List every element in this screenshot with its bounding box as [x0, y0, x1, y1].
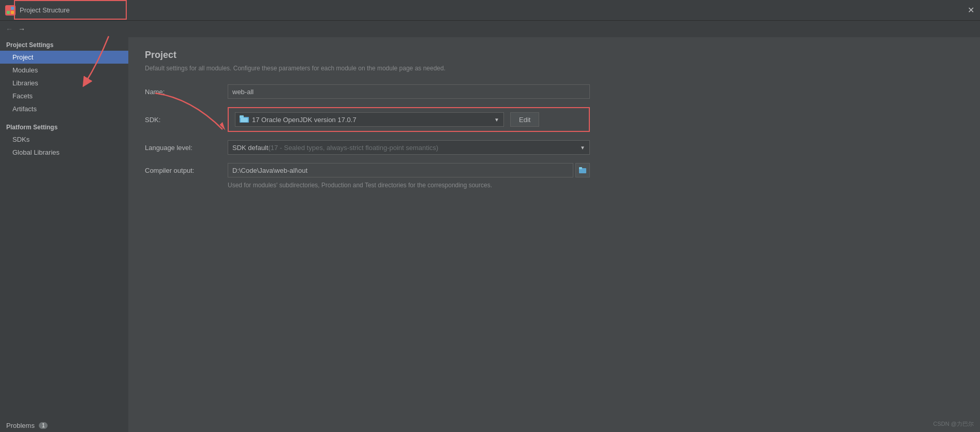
name-label: Name: [145, 88, 228, 96]
compiler-output-row: Compiler output: [145, 163, 963, 177]
language-level-main: SDK default [232, 144, 268, 152]
sdk-dropdown-arrow: ▼ [494, 117, 499, 123]
watermark: CSDN @力巴尔 [933, 420, 974, 428]
main-layout: Project Settings Project Modules Librari… [0, 37, 980, 432]
back-button[interactable]: ← [4, 24, 14, 34]
sidebar-item-libraries[interactable]: Libraries [0, 77, 128, 90]
svg-rect-3 [11, 11, 14, 14]
platform-settings-section-label: Platform Settings [0, 120, 128, 133]
sidebar-item-modules[interactable]: Modules [0, 64, 128, 77]
content-area: Project Default settings for all modules… [128, 37, 980, 432]
sdk-label: SDK: [145, 116, 228, 124]
page-title: Project [145, 50, 963, 61]
sidebar-item-facets[interactable]: Facets [0, 90, 128, 102]
language-level-label: Language level: [145, 144, 228, 152]
app-icon [5, 5, 16, 16]
name-control [228, 84, 590, 99]
svg-rect-5 [240, 115, 244, 118]
sidebar: Project Settings Project Modules Librari… [0, 37, 128, 432]
forward-button[interactable]: → [17, 24, 27, 34]
project-structure-dialog: Project Structure ✕ ← → Project Settings… [0, 0, 980, 432]
dialog-title: Project Structure [20, 6, 70, 14]
svg-rect-6 [241, 118, 248, 122]
sdk-edit-button[interactable]: Edit [510, 112, 539, 127]
problems-badge: 1 [39, 422, 48, 429]
project-settings-section-label: Project Settings [0, 37, 128, 51]
compiler-output-label: Compiler output: [145, 167, 228, 174]
language-level-dropdown[interactable]: SDK default (17 - Sealed types, always-s… [228, 140, 590, 155]
compiler-output-control [228, 163, 590, 177]
name-input[interactable] [228, 84, 590, 99]
sidebar-item-problems[interactable]: Problems 1 [0, 419, 128, 432]
sidebar-item-sdks[interactable]: SDKs [0, 133, 128, 146]
nav-bar: ← → [0, 21, 980, 37]
sdk-version-text: 17 Oracle OpenJDK version 17.0.7 [252, 116, 357, 124]
svg-rect-8 [579, 167, 582, 169]
language-level-row: Language level: SDK default (17 - Sealed… [145, 140, 963, 155]
sidebar-item-project[interactable]: Project [0, 51, 128, 64]
compiler-output-note: Used for modules' subdirectories, Produc… [228, 182, 963, 189]
sdk-row-container: SDK: 17 Oracle OpenJDK v [145, 107, 963, 132]
language-level-control: SDK default (17 - Sealed types, always-s… [228, 140, 590, 155]
sdk-folder-icon [240, 115, 249, 124]
title-bar: Project Structure ✕ [0, 0, 980, 21]
compiler-folder-button[interactable] [575, 163, 590, 177]
svg-rect-0 [7, 7, 10, 10]
language-level-detail: (17 - Sealed types, always-strict floati… [268, 144, 438, 152]
svg-rect-1 [11, 7, 14, 10]
page-description: Default settings for all modules. Config… [145, 65, 963, 72]
sdk-highlighted-section: 17 Oracle OpenJDK version 17.0.7 ▼ Edit [228, 107, 590, 132]
sidebar-item-global-libraries[interactable]: Global Libraries [0, 146, 128, 159]
language-level-arrow: ▼ [580, 145, 585, 151]
name-row: Name: [145, 84, 963, 99]
title-bar-left: Project Structure [5, 5, 70, 16]
sidebar-divider [0, 115, 128, 120]
compiler-output-input[interactable] [228, 163, 573, 177]
close-button[interactable]: ✕ [967, 6, 975, 14]
svg-rect-2 [7, 11, 10, 14]
sidebar-item-artifacts[interactable]: Artifacts [0, 102, 128, 115]
sdk-dropdown[interactable]: 17 Oracle OpenJDK version 17.0.7 ▼ [235, 112, 504, 127]
